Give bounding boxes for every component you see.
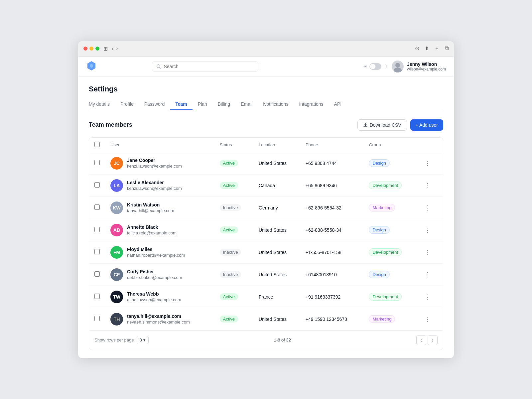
status-badge: Inactive — [220, 249, 241, 256]
theme-toggle[interactable] — [369, 63, 381, 70]
member-name: Kristin Watson — [127, 202, 174, 207]
status-cell-7: Active — [214, 308, 253, 330]
col-location: Location — [253, 138, 300, 152]
member-name: Annette Black — [127, 224, 177, 230]
tab-billing[interactable]: Billing — [212, 99, 235, 110]
tab-my-details[interactable]: My details — [89, 99, 115, 110]
member-name: Leslie Alexander — [127, 180, 182, 185]
tab-intagrations[interactable]: Intagrations — [294, 99, 329, 110]
share-icon[interactable]: ⬆ — [425, 45, 429, 52]
more-options-button[interactable]: ⋮ — [422, 225, 433, 235]
add-user-button[interactable]: + Add user — [410, 119, 443, 131]
table-row: FM Floyd Miles nathan.roberts@example.co… — [89, 241, 443, 263]
user-cell-4: FM Floyd Miles nathan.roberts@example.co… — [105, 241, 214, 263]
col-phone: Phone — [300, 138, 363, 152]
member-name: Floyd Miles — [127, 247, 185, 252]
status-badge: Active — [220, 316, 238, 323]
forward-button[interactable]: › — [116, 46, 118, 52]
member-email: nevaeh.simmons@example.com — [127, 320, 190, 325]
col-actions — [416, 138, 443, 152]
more-options-button[interactable]: ⋮ — [422, 203, 433, 213]
new-tab-icon[interactable]: ＋ — [434, 45, 440, 52]
row-checkbox-0[interactable] — [94, 160, 100, 165]
tab-email[interactable]: Email — [235, 99, 258, 110]
section-title: Team members — [89, 121, 132, 128]
row-checkbox-cell — [89, 286, 105, 308]
row-checkbox-7[interactable] — [94, 316, 100, 321]
phone-cell-0: +65 9308 4744 — [300, 152, 363, 174]
tab-team[interactable]: Team — [170, 99, 193, 110]
search-input[interactable] — [164, 64, 254, 69]
location-cell-6: France — [253, 286, 300, 308]
location-cell-3: United States — [253, 219, 300, 241]
user-cell-7: TH tanya.hill@example.com nevaeh.simmons… — [105, 308, 214, 330]
more-options-button[interactable]: ⋮ — [422, 270, 433, 280]
download-csv-button[interactable]: Download CSV — [357, 119, 407, 131]
status-cell-1: Active — [214, 174, 253, 197]
member-email: alma.lawson@example.com — [127, 297, 181, 302]
row-checkbox-cell — [89, 197, 105, 219]
expand-dot[interactable] — [95, 47, 99, 51]
group-badge: Design — [369, 226, 389, 234]
group-badge: Development — [369, 248, 402, 256]
browser-chrome: ⊞ ‹ › ⊙ ⬆ ＋ ⧉ — [78, 41, 454, 57]
status-badge: Inactive — [220, 271, 241, 278]
group-cell-4: Development — [363, 241, 416, 263]
more-options-button[interactable]: ⋮ — [422, 181, 433, 191]
table-row: LA Leslie Alexander kenzi.lawson@example… — [89, 174, 443, 197]
search-bar[interactable] — [152, 61, 258, 72]
close-dot[interactable] — [83, 47, 87, 51]
prev-page-button[interactable]: ‹ — [416, 335, 426, 345]
sidebar-toggle-icon[interactable]: ⊞ — [103, 46, 108, 52]
tab-plan[interactable]: Plan — [193, 99, 212, 110]
tabs-icon[interactable]: ⧉ — [445, 45, 449, 52]
tab-password[interactable]: Password — [139, 99, 170, 110]
row-checkbox-4[interactable] — [94, 249, 100, 254]
location-cell-0: United States — [253, 152, 300, 174]
actions-cell-5: ⋮ — [416, 263, 443, 286]
location-cell-7: United States — [253, 308, 300, 330]
row-checkbox-2[interactable] — [94, 204, 100, 210]
pagination-range: 1-8 of 32 — [274, 337, 291, 342]
select-all-checkbox[interactable] — [94, 142, 100, 147]
user-profile[interactable]: Jenny Wilson wilson@example.com — [392, 61, 446, 72]
phone-cell-4: +1-555-8701-158 — [300, 241, 363, 263]
member-avatar: KW — [110, 201, 123, 214]
back-button[interactable]: ‹ — [112, 46, 113, 52]
tab-profile[interactable]: Profile — [115, 99, 139, 110]
chevron-down-icon: ▾ — [143, 337, 146, 342]
status-badge: Active — [220, 293, 238, 300]
rows-select[interactable]: 8 ▾ — [137, 336, 149, 344]
row-checkbox-3[interactable] — [94, 227, 100, 232]
more-options-button[interactable]: ⋮ — [422, 292, 433, 302]
next-page-button[interactable]: › — [428, 335, 438, 345]
user-email: wilson@example.com — [407, 67, 446, 71]
row-checkbox-5[interactable] — [94, 271, 100, 277]
tab-notifications[interactable]: Notifications — [258, 99, 294, 110]
more-options-button[interactable]: ⋮ — [422, 314, 433, 324]
member-name: Cody Fisher — [127, 269, 182, 274]
more-options-button[interactable]: ⋮ — [422, 158, 433, 168]
member-name: tanya.hill@example.com — [127, 314, 190, 319]
more-options-button[interactable]: ⋮ — [422, 247, 433, 257]
minimize-dot[interactable] — [89, 47, 93, 51]
member-avatar: JC — [110, 157, 123, 170]
team-table-container: User Status Location Phone Group — [89, 137, 443, 350]
member-email: kenzi.lawson@example.com — [127, 186, 182, 191]
browser-nav: ‹ › — [112, 46, 118, 52]
user-info: Jenny Wilson wilson@example.com — [407, 62, 446, 71]
col-user: User — [105, 138, 214, 152]
tab-api[interactable]: API — [329, 99, 347, 110]
pagination-bar: Show rows per page 8 ▾ 1-8 of 32 ‹ › — [89, 330, 443, 350]
row-checkbox-6[interactable] — [94, 294, 100, 299]
phone-cell-1: +65 8689 9346 — [300, 174, 363, 197]
download-icon[interactable]: ⊙ — [415, 45, 419, 52]
table-row: AB Annette Black felicia.reid@example.co… — [89, 219, 443, 241]
member-name: Jane Cooper — [127, 158, 182, 163]
member-email: tanya.hill@example.com — [127, 208, 174, 213]
row-checkbox-1[interactable] — [94, 182, 100, 188]
section-header: Team members Download CSV + Add user — [89, 119, 443, 131]
status-cell-2: Inactive — [214, 197, 253, 219]
rows-per-page: Show rows per page 8 ▾ — [94, 336, 149, 344]
logo[interactable] — [86, 61, 97, 72]
